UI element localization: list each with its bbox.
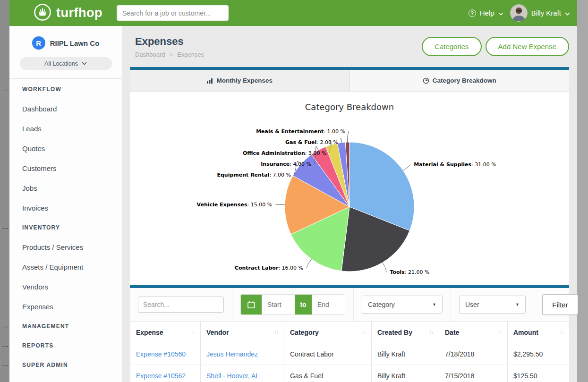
sidebar-item-quotes[interactable]: Quotes xyxy=(9,139,122,159)
section-dashes-icon: --- xyxy=(2,317,9,336)
breadcrumb: Dashboard > Expenses xyxy=(135,51,204,58)
sidebar-section-reports[interactable]: ---REPORTS xyxy=(9,336,122,356)
table-cell: 7/15/2018 xyxy=(439,365,508,382)
user-select[interactable]: User ▼ xyxy=(459,296,526,314)
brand-name: turfhop xyxy=(56,6,102,20)
sidebar-item-invoices[interactable]: Invoices xyxy=(9,198,122,218)
table-cell: $2,295.50 xyxy=(508,343,570,365)
pie-label-connector xyxy=(341,138,341,143)
pie-chart: Material & Supplies: 31.00 %Tools: 21.00… xyxy=(130,92,569,285)
tab-label: Monthly Expenses xyxy=(216,77,273,84)
table-cell: Billy Kraft xyxy=(372,343,439,365)
table-cell: Expense #10562 xyxy=(130,365,201,382)
sidebar: R RIIPL Lawn Co All Locations ---WORKFLO… xyxy=(9,26,122,382)
vendor-link[interactable]: Shell - Hoover, AL xyxy=(206,372,259,380)
sort-icon[interactable]: ↑↓ xyxy=(274,330,278,335)
table-cell: Billy Kraft xyxy=(372,365,439,382)
chevron-down-icon xyxy=(82,62,87,65)
help-label: Help xyxy=(480,9,494,17)
column-header-expense[interactable]: Expense↑↓ xyxy=(130,322,201,343)
categories-button[interactable]: Categories xyxy=(422,37,482,56)
section-dashes-icon: --- xyxy=(2,218,9,238)
sidebar-item-jobs[interactable]: Jobs xyxy=(9,178,122,198)
table-cell: 7/18/2018 xyxy=(439,343,508,365)
pie-data-label: Material & Supplies: 31.00 % xyxy=(414,161,496,168)
company-name: RIIPL Lawn Co xyxy=(50,39,100,47)
table-cell: $125.50 xyxy=(508,365,570,382)
sidebar-item-vendors[interactable]: Vendors xyxy=(9,277,122,297)
table-row: Expense #10562Shell - Hoover, ALGas & Fu… xyxy=(130,365,570,382)
sort-icon[interactable]: ↑↓ xyxy=(429,330,433,335)
sidebar-item-products-services[interactable]: Products / Services xyxy=(9,238,122,257)
sidebar-section-workflow[interactable]: ---WORKFLOW xyxy=(9,80,122,99)
sidebar-section-management[interactable]: ---MANAGEMENT xyxy=(9,317,122,336)
column-header-category[interactable]: Category↑↓ xyxy=(284,322,372,343)
breadcrumb-expenses: Expenses xyxy=(177,51,204,58)
pie-data-label: Contract Labor: 16.00 % xyxy=(235,265,303,271)
date-start-input[interactable] xyxy=(262,295,295,314)
sidebar-section-inventory[interactable]: ---INVENTORY xyxy=(9,218,122,238)
top-header: turfhop ? Help Bill xyxy=(9,0,577,26)
chevron-down-icon xyxy=(565,9,570,17)
expense-link[interactable]: Expense #10562 xyxy=(136,372,186,380)
help-menu[interactable]: ? Help xyxy=(469,9,503,17)
pie-data-label: Tools: 21.00 % xyxy=(390,269,429,275)
sidebar-section-super-admin[interactable]: ---SUPER ADMIN xyxy=(9,356,122,375)
pie-label-connector xyxy=(275,204,285,205)
company-badge: R xyxy=(32,36,45,50)
table-cell: Jesus Hernandez xyxy=(201,343,284,365)
calendar-button[interactable] xyxy=(241,295,262,314)
pie-data-label: Vehicle Expenses: 15.00 % xyxy=(197,202,273,208)
sidebar-item-leads[interactable]: Leads xyxy=(9,119,122,139)
sidebar-item-assets-equipment[interactable]: Assets / Equipment xyxy=(9,257,122,277)
tab-monthly-expenses[interactable]: Monthly Expenses xyxy=(130,70,349,91)
sort-icon[interactable]: ↑↓ xyxy=(560,330,563,335)
expense-link[interactable]: Expense #10560 xyxy=(136,350,186,358)
brand-logo[interactable]: turfhop xyxy=(33,3,102,24)
pie-label-connector xyxy=(382,262,386,272)
user-menu[interactable]: Billy Kraft xyxy=(510,4,570,22)
vendor-link[interactable]: Jesus Hernandez xyxy=(206,350,258,358)
pie-label-connector xyxy=(403,164,411,171)
pie-data-label: Insurance: 4.00 % xyxy=(261,161,311,167)
sidebar-item-dashboard[interactable]: Dashboard xyxy=(9,99,122,119)
date-end-input[interactable] xyxy=(312,295,345,314)
pie-data-label: Equipment Rental: 7.00 % xyxy=(217,172,291,178)
filter-button[interactable]: Filter xyxy=(542,294,578,315)
sort-icon[interactable]: ↑↓ xyxy=(498,330,502,335)
category-select-value: Category xyxy=(368,301,395,308)
add-new-expense-button[interactable]: Add New Expense xyxy=(486,37,569,56)
tab-label: Category Breakdown xyxy=(433,77,496,84)
column-header-amount[interactable]: Amount↑↓ xyxy=(508,322,570,343)
table-cell: Shell - Hoover, AL xyxy=(201,365,284,382)
column-header-date[interactable]: Date↑↓ xyxy=(439,322,508,343)
column-header-created-by[interactable]: Created By↑↓ xyxy=(372,322,439,343)
tab-category-breakdown[interactable]: Category Breakdown xyxy=(349,70,570,91)
sort-icon[interactable]: ↑↓ xyxy=(191,330,195,335)
breadcrumb-dashboard[interactable]: Dashboard xyxy=(135,51,165,58)
pie-data-label: Gas & Fuel: 2.00 % xyxy=(285,139,338,145)
pie-chart-icon xyxy=(423,77,429,84)
table-cell: Gas & Fuel xyxy=(284,365,372,382)
app-window: turfhop ? Help Bill xyxy=(9,0,577,382)
sort-icon[interactable]: ↑↓ xyxy=(362,330,366,335)
category-select[interactable]: Category ▼ xyxy=(362,296,443,314)
chevron-down-icon xyxy=(498,9,503,17)
global-search-input[interactable] xyxy=(117,5,229,21)
table-cell: Contract Labor xyxy=(284,343,372,365)
table-row: Expense #10560Jesus HernandezContract La… xyxy=(130,343,570,365)
table-search-input[interactable] xyxy=(138,297,224,313)
section-dashes-icon: --- xyxy=(2,80,9,99)
pie-data-label: Office Administration: 3.00 % xyxy=(243,150,326,156)
sidebar-item-customers[interactable]: Customers xyxy=(9,159,122,178)
location-selector[interactable]: All Locations xyxy=(20,57,112,70)
table-cell: Expense #10560 xyxy=(130,343,201,365)
column-header-vendor[interactable]: Vendor↑↓ xyxy=(201,322,284,343)
scrollbar-track[interactable] xyxy=(577,0,588,382)
select-arrow-icon: ▼ xyxy=(515,302,520,307)
sidebar-item-expenses[interactable]: Expenses xyxy=(9,297,122,317)
bar-chart-icon xyxy=(206,77,213,84)
pie-chart-panel: Category Breakdown Material & Supplies: … xyxy=(130,92,569,285)
section-dashes-icon: --- xyxy=(2,356,9,375)
expenses-table: Expense↑↓Vendor↑↓Category↑↓Created By↑↓D… xyxy=(130,321,570,382)
